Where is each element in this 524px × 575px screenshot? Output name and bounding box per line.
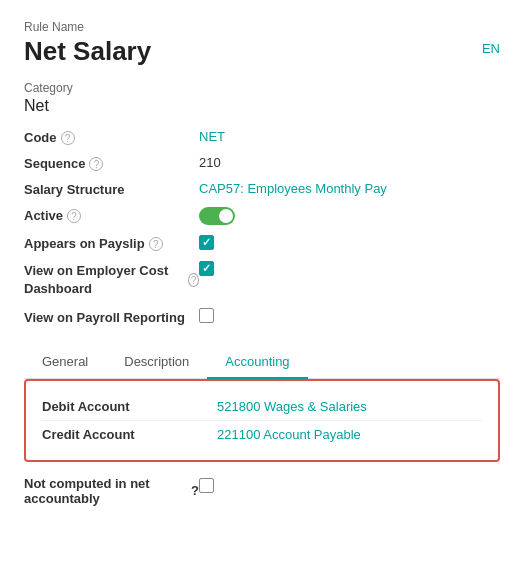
credit-account-row: Credit Account 221100 Account Payable — [42, 420, 482, 448]
not-computed-field: Not computed in net accountably ? — [24, 476, 500, 506]
appears-on-payslip-label: Appears on Payslip ? — [24, 235, 199, 251]
employer-cost-help-icon[interactable]: ? — [188, 273, 199, 287]
sequence-label: Sequence ? — [24, 155, 199, 171]
sequence-help-icon[interactable]: ? — [89, 157, 103, 171]
tab-general[interactable]: General — [24, 346, 106, 379]
sequence-value: 210 — [199, 155, 221, 170]
appears-on-payslip-checkbox[interactable] — [199, 235, 214, 250]
salary-structure-label: Salary Structure — [24, 181, 199, 197]
code-field: Code ? NET — [24, 129, 500, 145]
active-toggle[interactable] — [199, 207, 235, 225]
active-field: Active ? — [24, 207, 500, 225]
category-value: Net — [24, 97, 500, 115]
category-label: Category — [24, 81, 500, 95]
rule-name-label: Rule Name — [24, 20, 500, 34]
accounting-section: Debit Account 521800 Wages & Salaries Cr… — [24, 379, 500, 462]
active-label: Active ? — [24, 207, 199, 223]
not-computed-help-icon[interactable]: ? — [191, 483, 199, 498]
en-badge[interactable]: EN — [482, 41, 500, 56]
salary-structure-value: CAP57: Employees Monthly Pay — [199, 181, 387, 196]
credit-account-value: 221100 Account Payable — [217, 427, 361, 442]
view-employer-cost-label: View on Employer Cost Dashboard ? — [24, 261, 199, 298]
tabs-row: General Description Accounting — [24, 346, 500, 379]
code-value: NET — [199, 129, 225, 144]
view-employer-cost-checkbox[interactable] — [199, 261, 214, 276]
salary-structure-field: Salary Structure CAP57: Employees Monthl… — [24, 181, 500, 197]
appears-payslip-help-icon[interactable]: ? — [149, 237, 163, 251]
not-computed-checkbox[interactable] — [199, 478, 214, 493]
appears-on-payslip-field: Appears on Payslip ? — [24, 235, 500, 251]
view-payroll-field: View on Payroll Reporting — [24, 308, 500, 327]
view-employer-cost-field: View on Employer Cost Dashboard ? — [24, 261, 500, 298]
view-payroll-label: View on Payroll Reporting — [24, 308, 199, 327]
debit-account-label: Debit Account — [42, 399, 217, 414]
not-computed-label: Not computed in net accountably ? — [24, 476, 199, 506]
tab-description[interactable]: Description — [106, 346, 207, 379]
credit-account-label: Credit Account — [42, 427, 217, 442]
active-help-icon[interactable]: ? — [67, 209, 81, 223]
code-help-icon[interactable]: ? — [61, 131, 75, 145]
view-payroll-checkbox[interactable] — [199, 308, 214, 323]
rule-name-title: Net Salary — [24, 36, 500, 67]
code-label: Code ? — [24, 129, 199, 145]
debit-account-row: Debit Account 521800 Wages & Salaries — [42, 393, 482, 420]
debit-account-value: 521800 Wages & Salaries — [217, 399, 367, 414]
tab-accounting[interactable]: Accounting — [207, 346, 307, 379]
sequence-field: Sequence ? 210 — [24, 155, 500, 171]
